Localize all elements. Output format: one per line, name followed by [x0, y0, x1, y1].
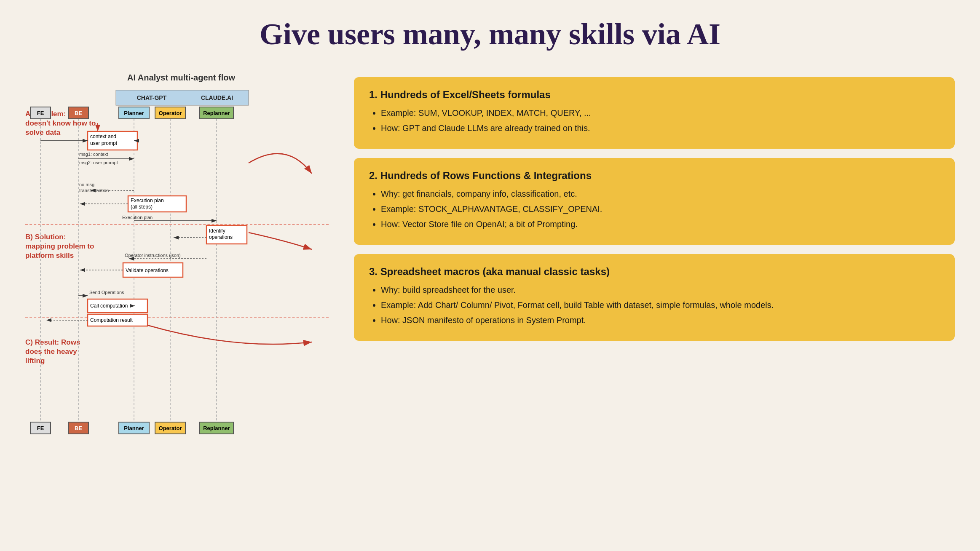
svg-text:Computation result: Computation result [90, 317, 133, 323]
svg-text:FE: FE [37, 425, 44, 431]
svg-text:Send Operations: Send Operations [89, 290, 124, 295]
svg-text:Operator: Operator [159, 110, 182, 116]
svg-text:Execution plan: Execution plan [131, 198, 164, 203]
page-title: Give users many, many skills via AI [25, 17, 955, 52]
svg-text:BE: BE [75, 110, 82, 116]
svg-text:Replanner: Replanner [203, 425, 230, 431]
svg-text:(all steps): (all steps) [131, 204, 153, 210]
skill-card-3: 3. Spreadsheet macros (aka manual classi… [354, 254, 955, 341]
main-content: AI Analyst multi-agent flow A) Problem: … [25, 73, 955, 452]
skill-2-bullet-3: How: Vector Store file on OpenAI; a bit … [381, 218, 940, 230]
svg-text:FE: FE [37, 110, 44, 116]
svg-text:msg1: context: msg1: context [79, 152, 108, 157]
skill-3-bullet-3: How: JSON manifesto of operations in Sys… [381, 314, 940, 326]
skill-card-2: 2. Hundreds of Rows Functions & Integrat… [354, 158, 955, 245]
skill-2-title: 2. Hundreds of Rows Functions & Integrat… [369, 170, 940, 182]
skill-1-title: 1. Hundreds of Excel/Sheets formulas [369, 89, 940, 101]
skills-section: 1. Hundreds of Excel/Sheets formulas Exa… [354, 73, 955, 341]
svg-text:Operator: Operator [159, 425, 182, 431]
skill-2-bullets: Why: get financials, company info, class… [369, 187, 940, 230]
svg-text:operations: operations [209, 234, 233, 240]
svg-text:Planner: Planner [124, 110, 144, 116]
skill-2-bullet-2: Example: STOCK_ALPHAVANTAGE, CLASSIFY_OP… [381, 203, 940, 215]
svg-text:Operator instructions (json): Operator instructions (json) [125, 253, 181, 258]
skill-1-bullet-1: Example: SUM, VLOOKUP, INDEX, MATCH, QUE… [381, 107, 940, 119]
diagram-container: A) Problem: user doesn't know how to sol… [25, 89, 329, 452]
svg-text:CLAUDE.AI: CLAUDE.AI [201, 94, 233, 101]
svg-text:no msg: no msg [79, 182, 94, 187]
svg-text:Identify: Identify [209, 228, 225, 234]
svg-text:CHAT-GPT: CHAT-GPT [137, 94, 167, 101]
svg-text:Planner: Planner [124, 425, 144, 431]
diagram-svg: CHAT-GPT CLAUDE.AI FE BE Planner Operato… [25, 89, 329, 452]
skill-1-bullets: Example: SUM, VLOOKUP, INDEX, MATCH, QUE… [369, 107, 940, 134]
skill-2-bullet-1: Why: get financials, company info, class… [381, 187, 940, 200]
diagram-section: AI Analyst multi-agent flow A) Problem: … [25, 73, 337, 452]
skill-3-title: 3. Spreadsheet macros (aka manual classi… [369, 266, 940, 278]
svg-text:msg2: user prompt: msg2: user prompt [79, 160, 118, 165]
svg-text:user prompt: user prompt [90, 140, 118, 146]
svg-text:Replanner: Replanner [203, 110, 230, 116]
skill-1-bullet-2: How: GPT and Claude LLMs are already tra… [381, 122, 940, 134]
svg-text:Validate operations: Validate operations [126, 267, 169, 273]
diagram-title: AI Analyst multi-agent flow [25, 73, 337, 83]
skill-3-bullet-2: Example: Add Chart/ Column/ Pivot, Forma… [381, 299, 940, 311]
skill-3-bullets: Why: build spreadsheet for the user. Exa… [369, 284, 940, 326]
svg-text:context and: context and [90, 134, 116, 139]
svg-text:BE: BE [75, 425, 82, 431]
skill-3-bullet-1: Why: build spreadsheet for the user. [381, 284, 940, 296]
skill-card-1: 1. Hundreds of Excel/Sheets formulas Exa… [354, 77, 955, 149]
svg-text:Execution plan: Execution plan [122, 215, 153, 220]
svg-text:Call computation: Call computation [90, 303, 128, 309]
